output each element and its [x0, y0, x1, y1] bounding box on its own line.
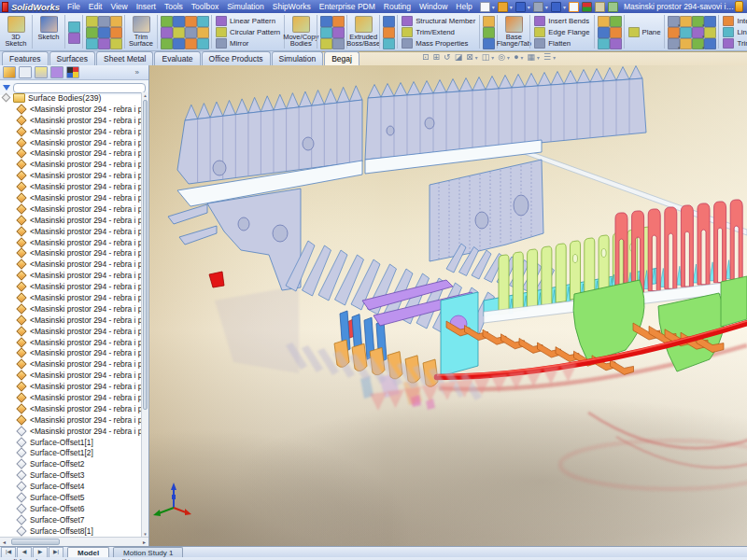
tree-item[interactable]: <Masinski prostor 294 - rebra i p — [0, 203, 141, 215]
tree-item[interactable]: <Masinski prostor 294 - rebra i p — [0, 292, 141, 303]
plane-button[interactable]: Plane — [628, 27, 661, 37]
toolbar-icon[interactable] — [332, 38, 345, 49]
tree-item[interactable]: <Masinski prostor 294 - rebra i p — [0, 315, 141, 326]
tree-item[interactable]: <Masinski prostor 294 - rebra i p — [0, 347, 141, 358]
print-icon[interactable] — [533, 2, 543, 12]
toolbar-icon[interactable]: ▾ — [668, 38, 680, 49]
toolbar-icon[interactable] — [185, 38, 197, 49]
tree-item[interactable]: <Masinski prostor 294 - rebra i p — [0, 215, 141, 226]
structural-member-button[interactable]: Structural Member — [402, 16, 475, 26]
tree-horizontal-scrollbar[interactable]: ◂ ▸ — [0, 537, 148, 546]
rebuild-icon[interactable] — [582, 2, 592, 12]
tree-item[interactable]: Surface-Offset2 — [0, 458, 141, 469]
graphics-viewport[interactable] — [149, 65, 747, 546]
dropdown-caret-icon[interactable]: ▾ — [545, 4, 548, 10]
tab-features[interactable]: Features — [2, 51, 49, 65]
tree-vertical-scrollbar[interactable]: ▴▾ — [141, 92, 148, 537]
linear-sketch-p-button[interactable]: Linear Sketch P... — [723, 27, 747, 37]
tree-item[interactable]: Surface-Offset8[1] — [0, 525, 141, 537]
menu-toolbox[interactable]: Toolbox — [191, 2, 218, 11]
trim-entities-button[interactable]: Trim Entities — [723, 38, 747, 49]
toolbar-icon[interactable] — [320, 38, 332, 49]
toolbar-icon[interactable] — [185, 16, 197, 27]
menu-window[interactable]: Window — [419, 2, 447, 11]
toolbar-icon[interactable] — [598, 16, 610, 27]
base-flange-tab-button[interactable]: Base Flange/Tab — [500, 15, 528, 49]
circular-pattern-button[interactable]: Circular Pattern — [216, 27, 280, 37]
dropdown-caret-icon[interactable]: ▾ — [475, 54, 478, 61]
tree-item[interactable]: Surface-Offset6 — [0, 503, 141, 514]
trim-extend-button[interactable]: Trim/Extend — [402, 27, 475, 37]
tree-filter-input[interactable] — [13, 83, 146, 93]
hide-show-items-icon[interactable]: ◎ — [498, 52, 505, 62]
tab-office-products[interactable]: Office Products — [202, 51, 271, 65]
toolbar-icon[interactable]: ▾ — [692, 27, 704, 38]
toolbar-icon[interactable] — [197, 38, 209, 49]
toolbar-icon[interactable] — [610, 38, 622, 49]
tree-item[interactable]: <Masinski prostor 294 - rebra i p — [0, 270, 141, 281]
toolbar-icon[interactable] — [704, 38, 716, 49]
edit-appearance-icon[interactable]: ● — [514, 52, 518, 62]
menu-shipworks[interactable]: ShipWorks — [273, 2, 311, 11]
previous-view-icon[interactable]: ↺ — [444, 52, 451, 62]
toolbar-icon[interactable] — [161, 16, 173, 27]
scroll-thumb[interactable] — [11, 539, 60, 545]
scroll-thumb[interactable] — [143, 100, 148, 410]
toolbar-icon[interactable] — [680, 38, 692, 49]
zoom-fit-icon[interactable]: ⊡ — [422, 52, 430, 62]
menu-tools[interactable]: Tools — [164, 2, 183, 11]
tree-item[interactable]: <Masinski prostor 294 - rebra i p — [0, 259, 141, 270]
tree-item[interactable]: <Masinski prostor 294 - rebra i p — [0, 192, 141, 203]
3d-sketch-button[interactable]: 3D Sketch — [2, 15, 30, 49]
tree-item[interactable]: Surface-Offset3 — [0, 469, 141, 481]
tree-item[interactable]: <Masinski prostor 294 - rebra i p — [0, 115, 141, 126]
viewport-3d[interactable] — [149, 65, 747, 546]
toolbar-icon[interactable] — [704, 16, 716, 27]
tree-item[interactable]: Surface-Offset1[1] — [0, 437, 141, 448]
tree-item[interactable]: <Masinski prostor 294 - rebra i p — [0, 337, 141, 348]
scroll-right-arrow[interactable]: ▸ — [140, 539, 148, 545]
dropdown-caret-icon[interactable]: ▾ — [563, 4, 566, 10]
toolbar-icon[interactable] — [383, 27, 395, 38]
toolbar-icon[interactable] — [598, 27, 610, 38]
toolbar-icon[interactable] — [332, 27, 345, 38]
open-icon[interactable] — [498, 2, 508, 12]
tab-surfaces[interactable]: Surfaces — [49, 51, 96, 65]
configurationmanager-icon[interactable] — [35, 66, 48, 78]
tree-item[interactable]: <Masinski prostor 294 - rebra i p — [0, 237, 141, 248]
zoom-area-icon[interactable]: ⊞ — [433, 52, 441, 62]
toolbar-icon[interactable] — [320, 16, 332, 27]
menu-routing[interactable]: Routing — [384, 2, 411, 11]
scene-icon[interactable] — [608, 2, 618, 12]
tree-item[interactable]: <Masinski prostor 294 - rebra i p — [0, 326, 141, 337]
tree-item[interactable]: Surface-Offset7 — [0, 514, 141, 525]
view-orientation-icon[interactable]: ⊠ — [466, 52, 473, 62]
mass-properties-button[interactable]: Mass Properties — [402, 38, 475, 49]
toolbar-icon[interactable] — [98, 38, 110, 49]
tree-item[interactable]: Surface-Offset4 — [0, 481, 141, 492]
select-icon[interactable] — [569, 2, 579, 12]
toolbar-icon[interactable] — [483, 38, 495, 49]
tree-item[interactable]: <Masinski prostor 294 - rebra i p — [0, 281, 141, 292]
dropdown-caret-icon[interactable]: ▾ — [510, 4, 513, 10]
sketch-button[interactable]: Sketch — [35, 15, 63, 49]
toolbar-icon[interactable] — [483, 27, 495, 38]
tree-item[interactable]: <Masinski prostor 294 - rebra i p — [0, 159, 141, 170]
linear-pattern-button[interactable]: Linear Pattern — [216, 16, 280, 26]
mirror-button[interactable]: Mirror — [216, 38, 280, 49]
dropdown-caret-icon[interactable]: ▾ — [521, 54, 524, 61]
toolbar-icon[interactable] — [68, 21, 80, 33]
tree-item[interactable]: <Masinski prostor 294 - rebra i p — [0, 226, 141, 237]
trim-surface-button[interactable]: Trim Surface — [127, 15, 155, 49]
tab-sheet-metal[interactable]: Sheet Metal — [96, 51, 153, 65]
tree-item[interactable]: Surface-Offset1[2] — [0, 448, 141, 459]
dimxpertmanager-icon[interactable] — [50, 66, 63, 78]
toolbar-icon[interactable] — [98, 16, 110, 27]
solidworks-resources-icon[interactable] — [735, 1, 743, 12]
tree-item[interactable]: <Masinski prostor 294 - rebra i p — [0, 303, 141, 315]
menu-edit[interactable]: Edit — [89, 2, 103, 11]
edge-flange-button[interactable]: Edge Flange — [534, 27, 589, 37]
tree-item[interactable]: <Masinski prostor 294 - rebra i p — [0, 392, 141, 403]
tree-item[interactable]: <Masinski prostor 294 - rebra i p — [0, 403, 141, 414]
tree-item[interactable]: <Masinski prostor 294 - rebra i p — [0, 147, 141, 159]
